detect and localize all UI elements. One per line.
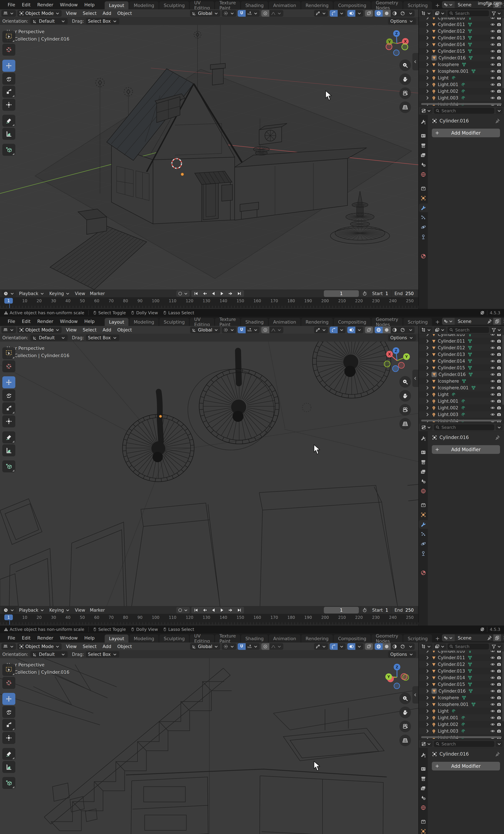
outliner-item-icosphere.001[interactable]: Icosphere.001 bbox=[419, 385, 504, 391]
hide-in-viewport-icon[interactable] bbox=[490, 709, 495, 714]
end-frame-field[interactable]: End250 bbox=[391, 607, 417, 614]
add-modifier-button[interactable]: Add Modifier bbox=[432, 129, 500, 137]
menu-edit[interactable]: Edit bbox=[19, 319, 34, 324]
disable-in-renders-icon[interactable] bbox=[497, 42, 501, 47]
properties-editor-type[interactable] bbox=[420, 741, 433, 747]
auto-keying-toggle[interactable] bbox=[176, 290, 190, 297]
hide-in-viewport-icon[interactable] bbox=[490, 69, 495, 73]
hide-in-viewport-icon[interactable] bbox=[490, 334, 495, 337]
properties-tab-world[interactable] bbox=[419, 487, 428, 496]
menu-edit[interactable]: Edit bbox=[19, 635, 34, 640]
tab-layout[interactable]: Layout bbox=[105, 318, 129, 326]
viewport-menu-object[interactable]: Object bbox=[114, 644, 135, 649]
outliner-item-light.002[interactable]: Light.002 bbox=[419, 721, 504, 728]
hide-in-viewport-icon[interactable] bbox=[490, 49, 495, 53]
properties-tab-view[interactable] bbox=[419, 151, 428, 159]
disable-in-renders-icon[interactable] bbox=[497, 729, 501, 733]
properties-tab-coll[interactable] bbox=[419, 817, 428, 826]
toggle-xray[interactable] bbox=[365, 327, 373, 333]
pin-id-icon[interactable] bbox=[495, 752, 500, 756]
properties-tab-tool[interactable] bbox=[419, 117, 428, 126]
disable-in-renders-icon[interactable] bbox=[497, 89, 501, 93]
disable-in-renders-icon[interactable] bbox=[497, 662, 501, 667]
jump-to-end-button[interactable] bbox=[235, 607, 244, 613]
outliner-item-cylinder.012[interactable]: Cylinder.012 bbox=[419, 28, 504, 35]
viewport-menu-view[interactable]: View bbox=[63, 327, 80, 332]
properties-tab-obj[interactable] bbox=[419, 510, 428, 519]
zoom-button[interactable] bbox=[399, 376, 411, 388]
current-frame-field[interactable]: 1 bbox=[324, 607, 359, 614]
hide-in-viewport-icon[interactable] bbox=[490, 682, 495, 687]
disable-in-renders-icon[interactable] bbox=[497, 412, 501, 417]
disable-in-renders-icon[interactable] bbox=[497, 682, 501, 687]
pin-id-icon[interactable] bbox=[495, 435, 500, 440]
timeline-menu-view[interactable]: View bbox=[72, 608, 88, 613]
disable-in-renders-icon[interactable] bbox=[497, 352, 501, 357]
hide-in-viewport-icon[interactable] bbox=[490, 89, 495, 93]
menu-edit[interactable]: Edit bbox=[19, 2, 34, 7]
hide-in-viewport-icon[interactable] bbox=[490, 62, 495, 67]
tab-layout[interactable]: Layout bbox=[105, 635, 129, 642]
properties-tab-scene[interactable] bbox=[419, 794, 428, 802]
viewport-menu-add[interactable]: Add bbox=[99, 327, 114, 332]
outliner-item-cylinder.015[interactable]: Cylinder.015 bbox=[419, 681, 504, 688]
disable-in-renders-icon[interactable] bbox=[497, 75, 501, 80]
tab-scripting[interactable]: Scripting bbox=[403, 635, 432, 642]
use-preview-range-icon[interactable] bbox=[361, 290, 369, 297]
menu-file[interactable]: File bbox=[4, 319, 19, 324]
drag-dropdown[interactable]: Select Box bbox=[86, 335, 119, 341]
timeline-ruler[interactable]: 1102030405060708090100110120130140150160… bbox=[0, 297, 418, 309]
show-gizmo[interactable] bbox=[330, 643, 346, 650]
hide-in-viewport-icon[interactable] bbox=[490, 716, 495, 720]
disable-in-renders-icon[interactable] bbox=[497, 702, 501, 707]
scene-name[interactable]: Scene bbox=[455, 319, 486, 324]
properties-tab-view[interactable] bbox=[419, 784, 428, 793]
disable-in-renders-icon[interactable] bbox=[497, 36, 501, 40]
disable-in-renders-icon[interactable] bbox=[497, 49, 501, 53]
previous-keyframe-button[interactable] bbox=[200, 607, 209, 613]
tool-select-button[interactable] bbox=[2, 31, 15, 43]
timeline-menu-keying[interactable]: Keying bbox=[47, 608, 72, 613]
outliner-item-light.003[interactable]: Light.003 bbox=[419, 411, 504, 418]
hide-in-viewport-icon[interactable] bbox=[490, 651, 495, 653]
current-frame-indicator[interactable]: 1 bbox=[4, 298, 13, 304]
snapping[interactable] bbox=[238, 643, 260, 650]
hide-in-viewport-icon[interactable] bbox=[490, 339, 495, 344]
disable-in-renders-icon[interactable] bbox=[497, 669, 501, 673]
tab-modeling[interactable]: Modeling bbox=[129, 318, 159, 326]
properties-tab-phys[interactable] bbox=[419, 223, 428, 232]
options-button[interactable]: Options bbox=[388, 18, 416, 24]
pivot-point[interactable] bbox=[222, 327, 236, 333]
outliner-filter[interactable] bbox=[490, 643, 503, 650]
transform-orientation[interactable]: Global bbox=[190, 327, 220, 333]
properties-tab-world[interactable] bbox=[419, 170, 428, 179]
visibility-toggle[interactable] bbox=[314, 327, 328, 333]
new-scene-icon[interactable] bbox=[493, 634, 501, 641]
properties-tab-part[interactable] bbox=[419, 530, 428, 539]
outliner-item-cylinder.014[interactable]: Cylinder.014 bbox=[419, 358, 504, 365]
properties-tab-view[interactable] bbox=[419, 467, 428, 476]
hide-in-viewport-icon[interactable] bbox=[490, 36, 495, 40]
menu-help[interactable]: Help bbox=[81, 319, 98, 324]
tab-sculpting[interactable]: Sculpting bbox=[159, 1, 189, 9]
next-keyframe-button[interactable] bbox=[226, 290, 235, 297]
outliner-filter[interactable] bbox=[490, 327, 503, 333]
properties-search-input[interactable]: Search bbox=[434, 741, 494, 747]
properties-search-input[interactable]: Search bbox=[434, 424, 494, 430]
toggle-xray[interactable] bbox=[365, 10, 373, 17]
tool-move-button[interactable] bbox=[2, 376, 15, 388]
play-reverse-button[interactable] bbox=[209, 607, 217, 613]
tool-select-button[interactable] bbox=[2, 664, 15, 676]
disable-in-renders-icon[interactable] bbox=[497, 56, 501, 60]
tab-rendering[interactable]: Rendering bbox=[301, 318, 333, 326]
outliner-item-icosphere.001[interactable]: Icosphere.001 bbox=[419, 68, 504, 74]
tool-cursor-button[interactable] bbox=[2, 360, 15, 372]
disable-in-renders-icon[interactable] bbox=[497, 366, 501, 370]
outliner-item-cylinder.013[interactable]: Cylinder.013 bbox=[419, 35, 504, 41]
hide-in-viewport-icon[interactable] bbox=[490, 82, 495, 87]
tool-addcube-button[interactable] bbox=[2, 460, 15, 473]
hide-in-viewport-icon[interactable] bbox=[490, 669, 495, 673]
outliner-scope[interactable] bbox=[434, 643, 446, 650]
timeline-menu-playback[interactable]: Playback bbox=[17, 608, 47, 613]
pan-button[interactable] bbox=[399, 390, 411, 402]
